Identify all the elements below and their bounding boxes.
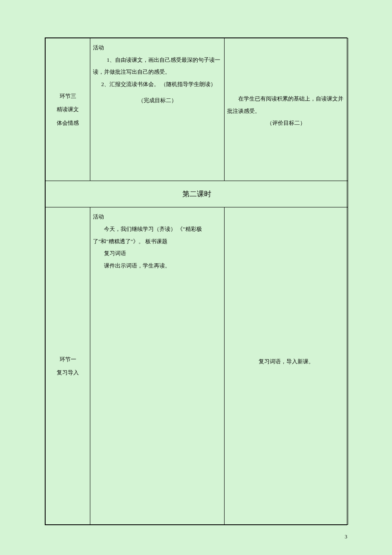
- activity-line-3: 课件出示词语，学生再读。: [93, 260, 222, 272]
- section-header: 第二课时: [46, 181, 348, 207]
- stage-title-2: 体会情感: [48, 116, 87, 129]
- activity-cell: 活动 1、自由读课文，画出自己感受最深的句子读一读，并做批注写出自己的感受。 2…: [90, 38, 225, 181]
- table-row: 环节一 复习导入 活动 今天，我们继续学习（齐读） 《"精彩极了"和"糟糕透了"…: [46, 207, 348, 525]
- page-number: 3: [345, 534, 347, 540]
- evaluation-text: 复习词语，导入新课。: [227, 356, 345, 368]
- activity-item-1: 1、自由读课文，画出自己感受最深的句子读一读，并做批注写出自己的感受。: [93, 54, 222, 78]
- stage-label-cell: 环节三 精读课文 体会情感: [46, 38, 90, 181]
- section-header-row: 第二课时: [46, 181, 348, 207]
- activity-item-2: 2、汇报交流读书体会。 （随机指导学生朗读）: [93, 78, 222, 91]
- table-row: 环节三 精读课文 体会情感 活动 1、自由读课文，画出自己感受最深的句子读一读，…: [46, 38, 348, 181]
- evaluation-cell: 在学生已有阅读积累的基础上，自读课文并批注谈感受。 （评价目标二）: [225, 38, 348, 181]
- activity-heading: 活动: [93, 42, 222, 54]
- stage-label-cell: 环节一 复习导入: [46, 207, 90, 525]
- stage-number: 环节一: [48, 353, 87, 366]
- lesson-plan-table: 环节三 精读课文 体会情感 活动 1、自由读课文，画出自己感受最深的句子读一读，…: [45, 37, 347, 525]
- activity-line-1: 今天，我们继续学习（齐读） 《"精彩极了"和"糟糕透了"》。 板书课题: [93, 223, 222, 247]
- evaluation-cell: 复习词语，导入新课。: [225, 207, 348, 525]
- evaluation-text: 在学生已有阅读积累的基础上，自读课文并批注谈感受。: [227, 93, 345, 117]
- stage-number: 环节三: [48, 89, 87, 103]
- activity-cell: 活动 今天，我们继续学习（齐读） 《"精彩极了"和"糟糕透了"》。 板书课题 复…: [90, 207, 225, 525]
- evaluation-goal: （评价目标二）: [227, 117, 345, 129]
- stage-title: 复习导入: [48, 366, 87, 379]
- stage-title-1: 精读课文: [48, 103, 87, 116]
- activity-line-2: 复习词语: [93, 247, 222, 260]
- activity-heading: 活动: [93, 211, 222, 223]
- activity-goal: （完成目标二）: [93, 95, 222, 107]
